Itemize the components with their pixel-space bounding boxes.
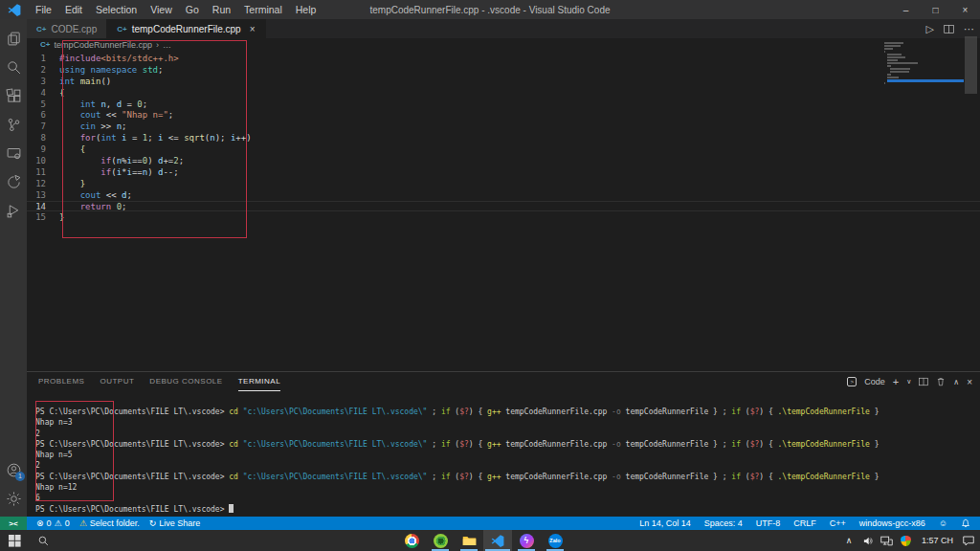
eol-sequence[interactable]: CRLF (793, 518, 816, 528)
menu-item-help[interactable]: Help (289, 0, 323, 19)
breadcrumb-ellipsis[interactable]: … (163, 40, 171, 50)
explorer-icon[interactable] (0, 24, 27, 53)
breadcrumb-separator: › (156, 40, 159, 50)
menu-item-terminal[interactable]: Terminal (237, 0, 289, 19)
tab-tempcoderunnerfile.cpp[interactable]: C+tempCodeRunnerFile.cpp× (107, 19, 265, 38)
close-button[interactable]: × (950, 0, 980, 19)
terminal-dropdown-icon[interactable]: ∨ (906, 378, 911, 386)
taskbar-green-app-icon[interactable] (426, 530, 455, 551)
editor-scrollbar[interactable] (965, 36, 977, 94)
line-number: 7 (27, 121, 59, 131)
account-icon[interactable]: 1 (0, 455, 27, 484)
terminal-line: 6 (35, 493, 980, 503)
kill-terminal-icon[interactable] (936, 377, 946, 386)
minimap-line (887, 54, 901, 55)
minimap-line (884, 51, 885, 53)
code-line[interactable]: 7 cin >> n; (27, 121, 980, 132)
close-panel-icon[interactable]: × (967, 377, 972, 387)
split-editor-icon[interactable] (944, 24, 954, 34)
code-line[interactable]: 1#include<bits/stdc++.h> (27, 53, 980, 64)
breadcrumb-file[interactable]: tempCodeRunnerFile.cpp (54, 40, 152, 50)
more-actions-icon[interactable]: ⋯ (964, 23, 974, 35)
source-control-icon[interactable] (0, 110, 27, 139)
code-line[interactable]: 12 } (27, 178, 980, 189)
cpp-file-icon: C+ (36, 25, 46, 33)
warnings-icon: ⚠ (55, 518, 62, 528)
feedback-icon[interactable]: ☺ (939, 518, 947, 528)
terminal-cursor (229, 504, 234, 513)
menu-item-view[interactable]: View (144, 0, 179, 19)
live-share-icon[interactable] (0, 167, 27, 196)
code-line[interactable]: 14 return 0; (27, 201, 980, 212)
tab-label: CODE.cpp (51, 24, 97, 34)
code-line[interactable]: 5 int n, d = 0; (27, 99, 980, 110)
split-terminal-icon[interactable] (919, 377, 928, 386)
maximize-button[interactable]: □ (921, 0, 950, 19)
menu-item-edit[interactable]: Edit (58, 0, 89, 19)
cpp-file-icon: C+ (40, 40, 50, 49)
run-code-button[interactable]: ▷ (926, 23, 934, 35)
panel-tab-debug-console[interactable]: DEBUG CONSOLE (149, 372, 222, 391)
taskbar-messenger-icon[interactable]: ϟ (512, 530, 541, 551)
code-line[interactable]: 9 { (27, 143, 980, 155)
code-line[interactable]: 11 if(i*i==n) d--; (27, 166, 980, 178)
volume-icon[interactable] (860, 530, 876, 551)
live-share-icon: ↻ (149, 518, 157, 528)
encoding[interactable]: UTF-8 (756, 518, 781, 528)
tab-code.cpp[interactable]: C+CODE.cpp (27, 19, 107, 38)
breadcrumb[interactable]: C+ tempCodeRunnerFile.cpp › … (27, 38, 980, 51)
taskbar-vscode-icon[interactable] (483, 530, 512, 551)
errors-icon: ⊗ (36, 518, 44, 528)
language-mode[interactable]: C++ (830, 518, 846, 528)
remote-indicator[interactable]: >< (0, 517, 27, 530)
code-line[interactable]: 4{ (27, 87, 980, 99)
terminal-shell-label[interactable]: Code (864, 377, 885, 386)
settings-gear-icon[interactable] (0, 484, 27, 513)
windows-security-icon[interactable] (899, 530, 914, 551)
network-icon[interactable] (880, 530, 895, 551)
start-button[interactable] (0, 530, 29, 551)
minimize-button[interactable]: – (891, 0, 921, 19)
tab-close-icon[interactable]: × (250, 24, 256, 34)
tray-chevron-icon[interactable]: ∧ (841, 530, 857, 551)
menu-item-file[interactable]: File (29, 0, 58, 19)
code-editor[interactable]: 1#include<bits/stdc++.h>2using namespace… (27, 51, 980, 371)
cursor-position[interactable]: Ln 14, Col 14 (639, 518, 691, 528)
extensions-icon[interactable] (0, 81, 27, 110)
menu-item-go[interactable]: Go (179, 0, 206, 19)
maximize-panel-icon[interactable]: ∧ (953, 378, 959, 386)
code-line[interactable]: 2using namespace std; (27, 64, 980, 76)
new-terminal-icon[interactable]: + (893, 376, 899, 387)
action-center-icon[interactable] (961, 530, 976, 551)
code-runner-icon[interactable] (0, 196, 27, 225)
taskbar-search-icon[interactable] (29, 530, 57, 551)
code-line[interactable]: 6 cout << "Nhap n="; (27, 109, 980, 121)
code-line[interactable]: 8 for(int i = 1; i <= sqrt(n); i++) (27, 132, 980, 143)
search-icon[interactable] (0, 53, 27, 81)
select-folder-status[interactable]: ⚠ Select folder. (79, 518, 140, 528)
code-line[interactable]: 10 if(n%i==0) d+=2; (27, 155, 980, 166)
code-line[interactable]: 3int main() (27, 76, 980, 87)
indentation[interactable]: Spaces: 4 (704, 518, 743, 528)
code-line[interactable]: 15} (27, 211, 980, 223)
compiler-kit[interactable]: windows-gcc-x86 (859, 518, 925, 528)
panel-tab-terminal[interactable]: TERMINAL (238, 372, 280, 391)
menu-item-selection[interactable]: Selection (89, 0, 144, 19)
panel-tab-problems[interactable]: PROBLEMS (38, 372, 84, 391)
taskbar-file-explorer-icon[interactable] (455, 530, 483, 551)
terminal-output[interactable]: PS C:\Users\PC\Documents\FILE LT\.vscode… (27, 391, 980, 517)
taskbar-zalo-icon[interactable]: Zalo (541, 530, 569, 551)
remote-explorer-icon[interactable] (0, 139, 27, 167)
windows-taskbar: ϟ Zalo ∧ 1:57 CH (0, 530, 980, 551)
minimap-line (887, 74, 891, 76)
taskbar-clock[interactable]: 1:57 CH (918, 530, 957, 551)
panel-tab-output[interactable]: OUTPUT (100, 372, 134, 391)
live-share-status[interactable]: ↻ Live Share (149, 518, 201, 528)
minimap[interactable] (884, 42, 961, 358)
taskbar-chrome-icon[interactable] (397, 530, 426, 551)
problems-status[interactable]: ⊗ 0 ⚠ 0 (36, 518, 70, 528)
terminal-line: 2 (35, 429, 980, 439)
code-line[interactable]: 13 cout << d; (27, 189, 980, 201)
notifications-bell-icon[interactable] (961, 518, 970, 528)
menu-item-run[interactable]: Run (206, 0, 237, 19)
